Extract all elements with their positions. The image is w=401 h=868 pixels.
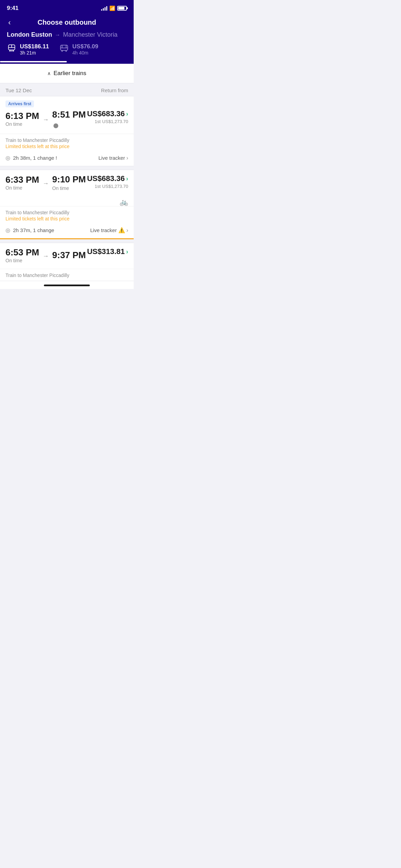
depart-status-3: On time: [5, 258, 39, 263]
header: ‹ Choose outbound London Euston → Manche…: [0, 15, 134, 61]
price-amount-2: US$683.36: [87, 174, 125, 183]
price-arrow-2: ›: [126, 175, 128, 182]
price-first-row-2: 1st US$1,273.70: [95, 183, 128, 189]
arrow-icon-3: →: [42, 253, 49, 260]
train-duration: 3h 21m: [20, 50, 49, 56]
wifi-icon: 📶: [109, 5, 115, 11]
back-button[interactable]: ‹: [7, 17, 12, 28]
train-info-row-1: Train to Manchester Piccadilly Limited t…: [0, 134, 134, 151]
limited-tickets-1: Limited tickets left at this price: [5, 144, 128, 149]
earlier-trains-button[interactable]: ∧ Earlier trains: [0, 64, 134, 83]
depart-status-2: On time: [5, 185, 39, 191]
train-card-1[interactable]: Arrives first 6:13 PM On time → 8:51 PM: [0, 96, 134, 166]
transport-options: US$186.11 3h 21m US$76.09 4h 40m: [7, 43, 127, 56]
status-bar: 9:41 📶: [0, 0, 134, 15]
price-first-row-1: 1st US$1,273.70: [95, 118, 128, 124]
arrow-icon-1: →: [42, 116, 49, 123]
limited-tickets-2: Limited tickets left at this price: [5, 216, 128, 221]
price-block-3: US$313.81 ›: [87, 247, 128, 256]
price-amount-3: US$313.81: [87, 247, 125, 256]
train-info-row-3: Train to Manchester Piccadilly: [0, 269, 134, 281]
bus-icon: [59, 44, 69, 56]
spacer-2: [0, 239, 134, 243]
train-times-left-2: 6:33 PM On time → 9:10 PM On time: [5, 174, 86, 191]
live-tracker-text-1: Live tracker: [98, 155, 125, 161]
train-info-row-2: Train to Manchester Piccadilly Limited t…: [0, 206, 134, 224]
train-price: US$186.11: [20, 43, 49, 50]
tab-line-train: [0, 61, 67, 62]
train-times-row-2: 6:33 PM On time → 9:10 PM On time US$683…: [5, 174, 128, 191]
transport-option-train[interactable]: US$186.11 3h 21m: [7, 43, 49, 56]
train-destination-2: Train to Manchester Piccadilly: [5, 210, 128, 215]
train-times-row-1: 6:13 PM On time → 8:51 PM US$683.36 ›: [5, 109, 128, 128]
price-main-1: US$683.36 ›: [87, 109, 128, 118]
home-indicator-bar: [44, 285, 90, 286]
status-icons: 📶: [101, 5, 127, 11]
duration-row-1: ◎ 2h 38m, 1 change ! Live tracker ›: [0, 151, 134, 166]
route-destination: Manchester Victoria: [63, 31, 118, 38]
depart-status-1: On time: [5, 121, 39, 127]
price-first-amount-1: US$1,273.70: [102, 119, 128, 124]
svg-point-7: [61, 50, 63, 52]
transport-option-bus[interactable]: US$76.09 4h 40m: [59, 43, 98, 56]
arrow-icon-2: →: [42, 180, 49, 187]
live-tracker-btn-2[interactable]: Live tracker ⚠️ ›: [90, 227, 128, 233]
price-block-2: US$683.36 › 1st US$1,273.70: [87, 174, 128, 189]
train-times-left-1: 6:13 PM On time → 8:51 PM: [5, 109, 86, 128]
svg-point-1: [9, 50, 11, 51]
arrive-block-2: 9:10 PM On time: [52, 174, 86, 191]
home-indicator-area: [0, 281, 134, 289]
content-area: ∧ Earlier trains Tue 12 Dec Return from …: [0, 64, 134, 281]
bike-icon-row: 🚲: [0, 196, 134, 206]
bus-price: US$76.09: [72, 43, 98, 50]
warning-icon-2: ⚠️: [118, 227, 125, 233]
status-time: 9:41: [7, 5, 19, 12]
svg-point-2: [13, 50, 14, 51]
clock-icon-1: ◎: [5, 155, 10, 161]
train-destination-1: Train to Manchester Piccadilly: [5, 137, 128, 143]
header-nav: ‹ Choose outbound: [7, 19, 127, 26]
arrive-status-2: On time: [52, 185, 69, 191]
earlier-trains-label: Earlier trains: [53, 70, 86, 77]
live-tracker-btn-1[interactable]: Live tracker ›: [98, 155, 128, 161]
arrive-time-2: 9:10 PM: [52, 174, 86, 185]
train-destination-3: Train to Manchester Piccadilly: [5, 273, 128, 278]
train-card-3[interactable]: 6:53 PM On time → 9:37 PM US$313.81 ›: [0, 243, 134, 281]
duration-left-2: ◎ 2h 37m, 1 change: [5, 227, 54, 233]
arrive-time-3: 9:37 PM: [52, 250, 86, 261]
live-tracker-text-2: Live tracker: [90, 227, 117, 233]
train-times-left-3: 6:53 PM On time → 9:37 PM: [5, 247, 86, 263]
signal-icon: [101, 6, 107, 11]
arrive-block-3: 9:37 PM: [52, 250, 86, 261]
duration-text-2: 2h 37m, 1 change: [13, 227, 54, 233]
train-icon: [7, 44, 16, 56]
live-tracker-chevron-2: ›: [126, 227, 128, 233]
chevron-up-icon: ∧: [47, 71, 51, 76]
train-card-2[interactable]: 6:33 PM On time → 9:10 PM On time US$683…: [0, 170, 134, 239]
clock-icon-2: ◎: [5, 227, 10, 233]
live-tracker-chevron-1: ›: [126, 155, 128, 161]
return-label: Return from: [101, 87, 128, 93]
duration-row-2: ◎ 2h 37m, 1 change Live tracker ⚠️ ›: [0, 224, 134, 238]
arrive-block-1: 8:51 PM: [52, 109, 86, 128]
price-class-2: 1st: [95, 184, 100, 189]
price-amount-1: US$683.36: [87, 109, 125, 118]
duration-left-1: ◎ 2h 38m, 1 change !: [5, 155, 57, 161]
train-card-3-inner: 6:53 PM On time → 9:37 PM US$313.81 ›: [0, 243, 134, 269]
route-line: London Euston → Manchester Victoria: [7, 31, 127, 38]
depart-time-2: 6:33 PM: [5, 174, 39, 185]
price-first-amount-2: US$1,273.70: [102, 184, 128, 189]
battery-icon: [117, 6, 127, 11]
bus-details: US$76.09 4h 40m: [72, 43, 98, 56]
depart-block-3: 6:53 PM On time: [5, 247, 39, 263]
depart-block-2: 6:33 PM On time: [5, 174, 39, 191]
date-label: Tue 12 Dec: [5, 87, 32, 93]
spacer-1: [0, 166, 134, 170]
depart-block-1: 6:13 PM On time: [5, 111, 39, 127]
svg-point-8: [65, 50, 67, 52]
train-card-2-inner: 6:33 PM On time → 9:10 PM On time US$683…: [0, 170, 134, 196]
price-main-2: US$683.36 ›: [87, 174, 128, 183]
arrives-first-badge: Arrives first: [5, 100, 34, 107]
duration-text-1: 2h 38m, 1 change !: [13, 155, 57, 161]
page-title: Choose outbound: [37, 19, 96, 26]
